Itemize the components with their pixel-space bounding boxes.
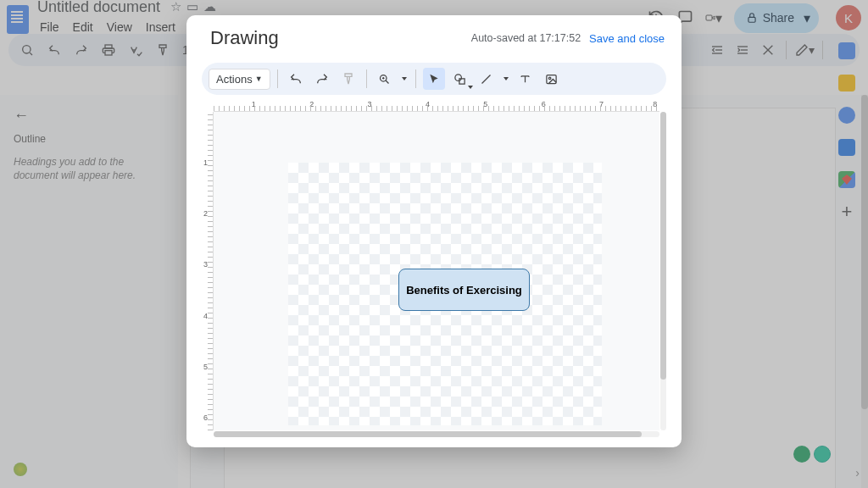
actions-menu-button[interactable]: Actions▼ (209, 69, 270, 90)
line-dropdown[interactable] (502, 77, 510, 80)
actions-label: Actions (216, 73, 253, 86)
zoom-tool-icon[interactable] (374, 68, 396, 90)
svg-rect-21 (459, 78, 465, 83)
line-tool-icon[interactable] (476, 68, 498, 90)
toolbar-divider (277, 69, 278, 88)
svg-point-24 (548, 77, 551, 80)
svg-line-22 (482, 75, 491, 83)
drawing-canvas-area: 1 2 3 4 5 6 7 8 1 2 3 4 5 6 Benefits of … (202, 100, 666, 437)
horizontal-ruler: 1 2 3 4 5 6 7 8 (214, 100, 659, 112)
shape-tool-icon[interactable] (449, 68, 471, 90)
drawing-toolbar: Actions▼ (202, 63, 666, 95)
select-tool-icon[interactable] (423, 68, 445, 90)
canvas-scrollbar-vertical[interactable] (660, 112, 666, 430)
autosave-status: Auto-saved at 17:17:52 (471, 32, 581, 44)
drawing-dialog: Drawing Auto-saved at 17:17:52 Save and … (186, 15, 682, 447)
svg-line-19 (386, 80, 388, 83)
shape-text: Benefits of Exercising (406, 284, 522, 297)
paint-format-icon (337, 68, 359, 90)
canvas-scrollbar-horizontal[interactable] (214, 431, 659, 437)
toolbar-divider (366, 69, 367, 88)
vertical-ruler: 1 2 3 4 5 6 (202, 112, 214, 430)
rounded-rect-shape[interactable]: Benefits of Exercising (398, 269, 530, 311)
redo-icon[interactable] (311, 68, 333, 90)
save-and-close-button[interactable]: Save and close (589, 32, 665, 45)
undo-icon[interactable] (285, 68, 307, 90)
zoom-dropdown[interactable] (400, 77, 409, 80)
image-tool-icon[interactable] (541, 68, 563, 90)
drawing-dialog-title: Drawing (210, 27, 279, 49)
drawing-stage[interactable]: Benefits of Exercising (214, 112, 659, 430)
textbox-tool-icon[interactable] (515, 68, 537, 90)
svg-rect-23 (547, 75, 556, 83)
svg-point-20 (455, 74, 462, 80)
toolbar-divider (415, 69, 416, 88)
